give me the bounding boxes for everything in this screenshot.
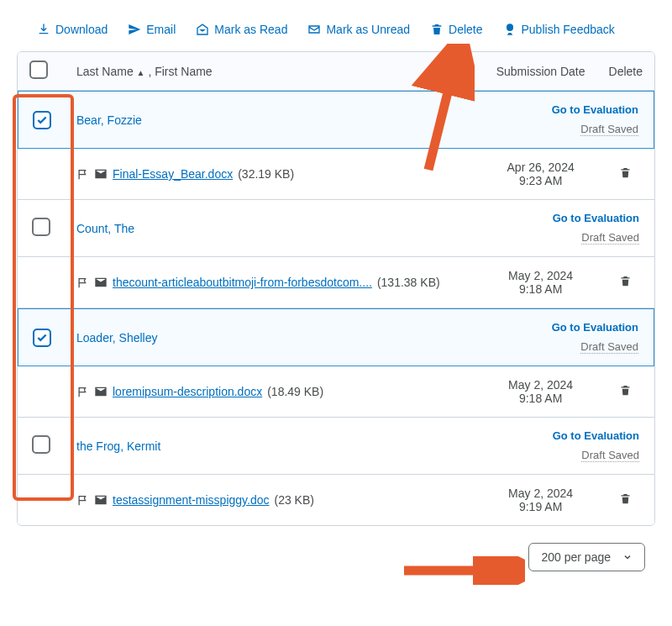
flag-icon[interactable] — [76, 494, 89, 507]
per-page-label: 200 per page — [541, 550, 611, 564]
per-page-selector[interactable]: 200 per page — [528, 543, 645, 571]
student-name-link[interactable]: Loader, Shelley — [76, 331, 158, 345]
draft-saved-label: Draft Saved — [581, 231, 639, 245]
trash-icon — [430, 23, 444, 36]
trash-icon — [619, 275, 632, 287]
go-to-evaluation-link[interactable]: Go to Evaluation — [553, 212, 639, 224]
envelope-icon — [307, 23, 321, 36]
flag-icon[interactable] — [76, 276, 89, 289]
delete-submission-button[interactable] — [619, 168, 632, 181]
delete-button[interactable]: Delete — [430, 23, 482, 36]
column-header-delete: Delete — [597, 52, 654, 91]
row-checkbox[interactable] — [33, 329, 51, 347]
paper-plane-icon — [128, 23, 141, 36]
submissions-table: Last Name ▲ , First Name Submission Date… — [17, 51, 655, 526]
go-to-evaluation-link[interactable]: Go to Evaluation — [552, 103, 638, 116]
envelope-open-icon — [196, 23, 209, 36]
submission-date: May 2, 2024 — [496, 487, 585, 500]
trash-icon — [619, 384, 632, 397]
trash-icon — [619, 492, 632, 505]
draft-saved-label: Draft Saved — [580, 340, 638, 354]
publish-feedback-button[interactable]: Publish Feedback — [503, 23, 615, 36]
publish-feedback-label: Publish Feedback — [522, 23, 615, 36]
chevron-down-icon — [622, 552, 633, 562]
row-checkbox[interactable] — [33, 111, 51, 129]
column-header-submission-date[interactable]: Submission Date — [485, 52, 597, 91]
email-label: Email — [146, 23, 176, 36]
student-name-link[interactable]: Count, The — [76, 222, 134, 235]
mark-read-label: Mark as Read — [214, 23, 287, 36]
submission-file-link[interactable]: thecount-articleaboutbitmoji-from-forbes… — [113, 276, 372, 289]
delete-label: Delete — [449, 23, 482, 36]
envelope-icon[interactable] — [94, 276, 108, 288]
mark-unread-label: Mark as Unread — [326, 23, 410, 36]
delete-submission-button[interactable] — [619, 494, 632, 508]
envelope-icon[interactable] — [94, 494, 108, 506]
submission-file-link[interactable]: loremipsum-description.docx — [113, 385, 262, 398]
student-name-link[interactable]: Bear, Fozzie — [76, 113, 142, 127]
download-icon — [37, 23, 50, 36]
row-checkbox[interactable] — [32, 435, 50, 454]
column-header-name[interactable]: Last Name ▲ , First Name — [65, 52, 485, 91]
publish-feedback-icon — [503, 23, 517, 36]
download-label: Download — [55, 23, 108, 36]
submission-date: Apr 26, 2024 — [496, 160, 585, 174]
envelope-icon[interactable] — [94, 386, 108, 397]
sort-asc-icon: ▲ — [137, 68, 145, 77]
mark-read-button[interactable]: Mark as Read — [196, 23, 287, 36]
flag-icon[interactable] — [76, 386, 89, 398]
draft-saved-label: Draft Saved — [580, 123, 638, 136]
go-to-evaluation-link[interactable]: Go to Evaluation — [553, 429, 639, 442]
submission-file-size: (131.38 KB) — [377, 276, 440, 289]
submission-time: 9:18 AM — [496, 282, 585, 296]
submission-time: 9:18 AM — [496, 392, 585, 405]
delete-submission-button[interactable] — [619, 276, 632, 290]
envelope-icon[interactable] — [94, 168, 108, 180]
toolbar: Download Email Mark as Read Mark as Unre… — [17, 13, 655, 51]
submission-time: 9:23 AM — [496, 174, 585, 187]
student-name-link[interactable]: the Frog, Kermit — [76, 439, 160, 453]
trash-icon — [619, 166, 632, 179]
select-all-checkbox[interactable] — [29, 60, 48, 79]
go-to-evaluation-link[interactable]: Go to Evaluation — [552, 321, 638, 334]
mark-unread-button[interactable]: Mark as Unread — [307, 23, 410, 36]
submission-date: May 2, 2024 — [496, 269, 585, 282]
email-button[interactable]: Email — [128, 23, 176, 36]
flag-icon[interactable] — [76, 168, 89, 181]
row-checkbox[interactable] — [32, 218, 50, 236]
delete-submission-button[interactable] — [619, 386, 632, 399]
download-button[interactable]: Download — [37, 23, 108, 36]
draft-saved-label: Draft Saved — [581, 449, 639, 462]
submission-file-link[interactable]: Final-Essay_Bear.docx — [113, 167, 233, 181]
submission-file-size: (18.49 KB) — [267, 385, 323, 398]
submission-date: May 2, 2024 — [496, 378, 585, 392]
submission-file-size: (23 KB) — [274, 493, 313, 507]
submission-file-size: (32.19 KB) — [238, 167, 294, 181]
submission-file-link[interactable]: testassignment-misspiggy.doc — [113, 493, 269, 507]
submission-time: 9:19 AM — [496, 500, 585, 513]
